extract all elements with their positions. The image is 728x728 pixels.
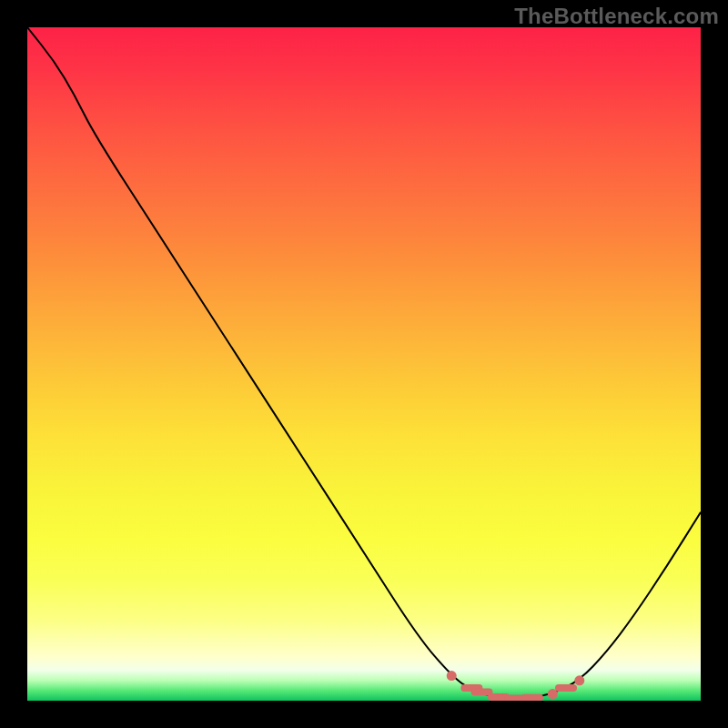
optimal-markers — [27, 27, 701, 701]
chart-plot-area — [27, 27, 701, 701]
svg-point-0 — [447, 671, 457, 681]
watermark-text: TheBottleneck.com — [514, 4, 719, 29]
svg-point-1 — [548, 689, 558, 699]
svg-point-2 — [574, 675, 584, 685]
